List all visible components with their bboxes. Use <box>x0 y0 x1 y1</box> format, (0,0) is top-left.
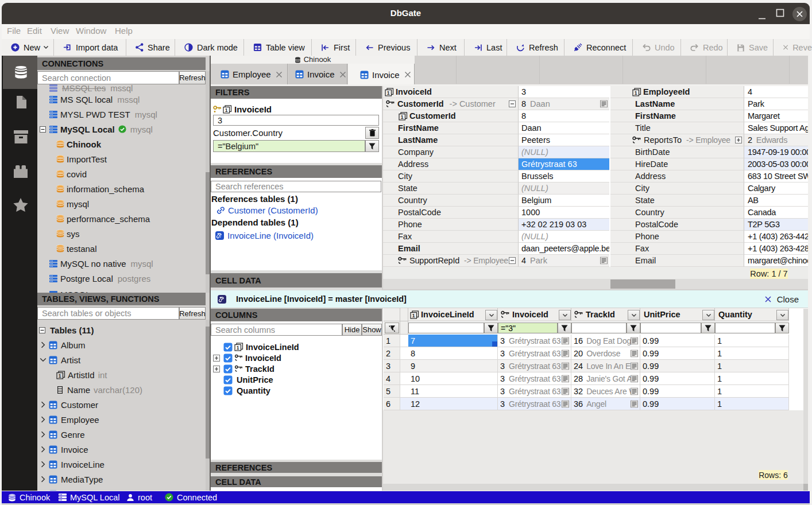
svg-text:1: 1 <box>59 373 61 379</box>
svg-text:1: 1 <box>387 90 390 96</box>
svg-text:1: 1 <box>225 107 228 113</box>
svg-text:1: 1 <box>412 313 415 318</box>
svg-text:1: 1 <box>237 345 239 351</box>
svg-text:1: 1 <box>401 114 404 120</box>
svg-text:1: 1 <box>635 90 637 96</box>
